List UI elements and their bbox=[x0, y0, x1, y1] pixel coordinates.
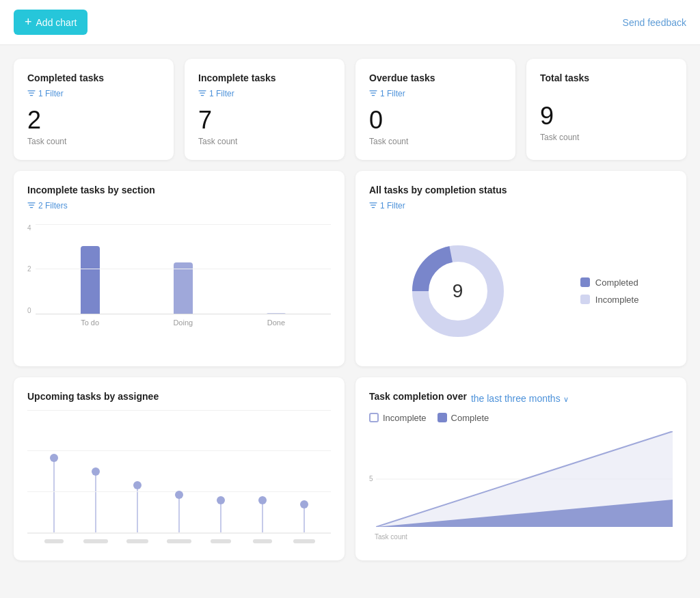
dashboard: Completed tasks 1 Filter 2 Task count In… bbox=[0, 45, 700, 574]
dropdown-text: the last three months bbox=[471, 393, 561, 404]
bar-chart-filter-label: 2 Filters bbox=[38, 201, 68, 210]
area-axis-labels: Task count bbox=[369, 530, 673, 542]
incomplete-tasks-filter[interactable]: 1 Filter bbox=[198, 89, 234, 98]
completed-metric-label: Task count bbox=[27, 137, 160, 146]
bar-todo bbox=[49, 246, 131, 314]
incomplete-tasks-title: Incomplete tasks bbox=[198, 72, 331, 83]
overdue-metric-label: Task count bbox=[369, 137, 502, 146]
stat-card-completed: Completed tasks 1 Filter 2 Task count bbox=[14, 59, 174, 160]
area-svg-container bbox=[376, 431, 673, 530]
y-label-2: 2 bbox=[27, 265, 31, 273]
chevron-down-icon: ∨ bbox=[563, 395, 569, 403]
donut-total: 9 bbox=[453, 280, 463, 302]
lollipop-ball-5 bbox=[217, 496, 225, 504]
overdue-value: 0 bbox=[369, 107, 502, 134]
lollipop-stem-3 bbox=[137, 485, 138, 533]
lollipop-col-6 bbox=[242, 496, 284, 533]
legend-complete: Complete bbox=[438, 413, 489, 423]
filter-icon bbox=[27, 202, 36, 209]
incomplete-dot bbox=[580, 295, 590, 304]
y-label-0: 0 bbox=[27, 307, 31, 314]
lollipop-col-1 bbox=[33, 454, 75, 533]
lollipop-col-5 bbox=[200, 496, 242, 533]
area-y-axis-label: Task count bbox=[375, 533, 407, 541]
filter-icon bbox=[369, 202, 377, 209]
area-chart-title-row: Task completion over the last three mont… bbox=[369, 391, 673, 406]
incomplete-value: 7 bbox=[198, 107, 331, 134]
lollipop-chart-card: Upcoming tasks by assignee bbox=[14, 377, 345, 560]
lollipop-x-3 bbox=[116, 539, 158, 543]
lollipop-ball-1 bbox=[50, 454, 58, 462]
legend-incomplete: Incomplete bbox=[369, 413, 427, 423]
bar-doing bbox=[142, 262, 224, 314]
lollipop-ball-2 bbox=[92, 467, 100, 476]
incomplete-filter-label: 1 Filter bbox=[209, 89, 234, 98]
lollipop-x-5 bbox=[200, 539, 242, 543]
lollipop-x-2 bbox=[75, 539, 116, 543]
incomplete-label: Incomplete bbox=[383, 413, 427, 423]
donut-filter-label: 1 Filter bbox=[380, 201, 405, 210]
lollipop-x-1 bbox=[33, 539, 75, 543]
filter-icon bbox=[369, 90, 377, 97]
filter-icon bbox=[198, 90, 206, 97]
lollipop-ball-7 bbox=[300, 500, 308, 508]
incomplete-legend-label: Incomplete bbox=[595, 295, 639, 305]
bar-chart-card: Incomplete tasks by section 2 Filters 4 … bbox=[14, 171, 345, 366]
total-tasks-title: Total tasks bbox=[540, 72, 673, 83]
lollipop-stem-1 bbox=[53, 458, 55, 533]
area-legend: Incomplete Complete bbox=[369, 413, 673, 423]
send-feedback-link[interactable]: Send feedback bbox=[623, 17, 686, 28]
total-metric-label: Task count bbox=[540, 133, 673, 142]
area-svg bbox=[376, 431, 673, 527]
area-chart-title: Task completion over bbox=[369, 391, 467, 402]
completed-tasks-filter[interactable]: 1 Filter bbox=[27, 89, 64, 98]
area-chart-card: Task completion over the last three mont… bbox=[355, 377, 686, 560]
lollipop-col-2 bbox=[75, 467, 116, 533]
complete-legend-box bbox=[438, 413, 447, 422]
bar-doing-rect bbox=[174, 262, 193, 314]
lollipop-x-4 bbox=[158, 539, 200, 543]
filter-icon bbox=[27, 90, 36, 97]
overdue-tasks-filter[interactable]: 1 Filter bbox=[369, 89, 405, 98]
bar-chart-filter[interactable]: 2 Filters bbox=[27, 201, 68, 210]
donut-legend: Completed Incomplete bbox=[580, 277, 639, 305]
lollipop-col-7 bbox=[284, 500, 325, 533]
overdue-tasks-title: Overdue tasks bbox=[369, 72, 502, 83]
donut-chart-filter[interactable]: 1 Filter bbox=[369, 201, 405, 210]
stat-card-incomplete: Incomplete tasks 1 Filter 7 Task count bbox=[185, 59, 345, 160]
bar-todo-rect bbox=[81, 246, 100, 314]
add-chart-button[interactable]: Add chart bbox=[14, 10, 88, 35]
bar-x-done: Done bbox=[235, 318, 317, 327]
charts-row-2: Upcoming tasks by assignee bbox=[14, 377, 686, 560]
donut-chart: 9 bbox=[403, 236, 513, 346]
complete-label: Complete bbox=[451, 413, 489, 423]
lollipop-stem-2 bbox=[95, 472, 96, 533]
donut-area: 9 Completed Incomplete bbox=[369, 230, 673, 353]
legend-completed: Completed bbox=[580, 277, 639, 288]
overdue-filter-label: 1 Filter bbox=[380, 89, 405, 98]
bar-x-todo: To do bbox=[49, 318, 131, 327]
lollipop-title: Upcoming tasks by assignee bbox=[27, 391, 331, 402]
incomplete-legend-box bbox=[369, 413, 379, 422]
completed-legend-label: Completed bbox=[595, 277, 638, 288]
lollipop-x-7 bbox=[284, 539, 325, 543]
bar-done-rect bbox=[267, 313, 286, 314]
lollipop-x-axis bbox=[27, 533, 331, 543]
area-chart-wrapper: . 5 . bbox=[369, 431, 673, 530]
area-chart-dropdown[interactable]: the last three months ∨ bbox=[471, 393, 569, 404]
lollipop-col-4 bbox=[158, 491, 200, 533]
lollipop-ball-3 bbox=[133, 481, 142, 489]
lollipop-stem-5 bbox=[220, 500, 221, 533]
lollipop-ball-6 bbox=[258, 496, 267, 504]
y-label-4: 4 bbox=[27, 224, 31, 232]
bar-x-doing: Doing bbox=[142, 318, 224, 327]
area-y-label-5: 5 bbox=[369, 475, 373, 483]
lollipop-stem-7 bbox=[304, 504, 305, 533]
completed-value: 2 bbox=[27, 107, 160, 134]
charts-row-1: Incomplete tasks by section 2 Filters 4 … bbox=[14, 171, 686, 366]
lollipop-ball-4 bbox=[175, 491, 183, 499]
lollipop-stem-6 bbox=[262, 500, 263, 533]
stat-card-overdue: Overdue tasks 1 Filter 0 Task count bbox=[355, 59, 515, 160]
top-bar: Add chart Send feedback bbox=[0, 0, 700, 45]
lollipop-x-6 bbox=[242, 539, 284, 543]
